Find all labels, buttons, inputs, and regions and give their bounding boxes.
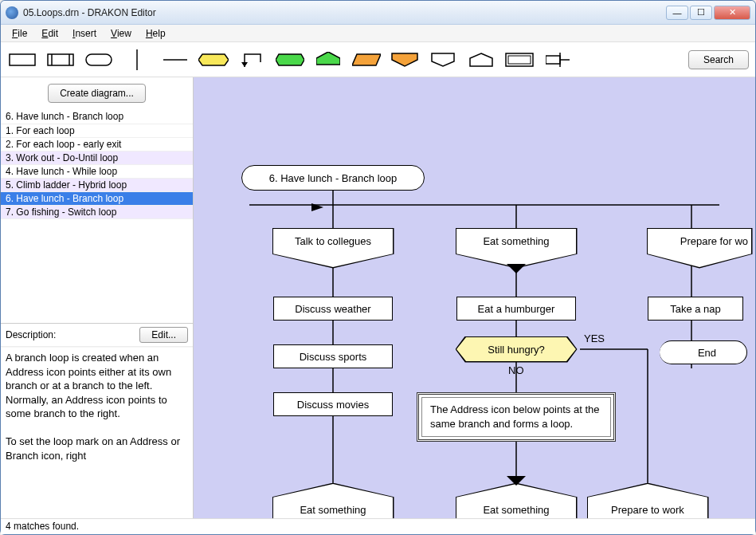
- description-text: A branch loop is created when an Address…: [1, 347, 193, 518]
- svg-marker-13: [432, 53, 454, 66]
- svg-rect-16: [508, 56, 531, 64]
- action-icon[interactable]: [7, 49, 37, 71]
- comment-icon[interactable]: [504, 49, 535, 71]
- end-box[interactable]: End: [660, 340, 747, 364]
- address-icon-box[interactable]: Eat something: [456, 484, 576, 518]
- question-box[interactable]: Still hungry?: [456, 337, 576, 361]
- toolbar: Search: [1, 42, 755, 77]
- loop-marker-icon: [507, 476, 526, 486]
- comment-box[interactable]: The Address icon below points at the sam…: [417, 392, 616, 442]
- description-header: Description: Edit...: [1, 324, 193, 347]
- shelf-icon[interactable]: [351, 49, 382, 71]
- description-label: Description:: [6, 329, 56, 340]
- action-box[interactable]: Take a nap: [648, 297, 743, 321]
- yes-label: YES: [584, 332, 605, 344]
- action-box[interactable]: Discuss weather: [273, 297, 393, 321]
- address-icon-box[interactable]: Prepare to work: [588, 484, 707, 518]
- address-icon[interactable]: [466, 49, 496, 71]
- list-item[interactable]: 4. Have lunch - While loop: [1, 165, 193, 179]
- svg-marker-9: [276, 54, 304, 65]
- app-icon: [6, 6, 18, 19]
- branch-icon[interactable]: [428, 49, 458, 71]
- list-item[interactable]: 3. Work out - Do-Until loop: [1, 151, 193, 165]
- svg-rect-4: [86, 54, 112, 65]
- svg-marker-8: [241, 62, 248, 67]
- close-button[interactable]: ✕: [714, 6, 750, 20]
- list-item[interactable]: 2. For each loop - early exit: [1, 138, 193, 151]
- edit-button[interactable]: Edit...: [139, 327, 188, 343]
- window-title: 05.Loops.drn - DRAKON Editor: [23, 7, 666, 18]
- arrow-loop-icon[interactable]: [237, 49, 267, 71]
- case-green-icon[interactable]: [313, 49, 343, 71]
- menu-file[interactable]: File: [6, 26, 33, 41]
- sidebar: Create diagram... 6. Have lunch - Branch…: [1, 77, 194, 518]
- action-box[interactable]: Discuss sports: [273, 344, 393, 368]
- svg-marker-7: [198, 54, 229, 65]
- svg-marker-14: [470, 53, 492, 66]
- connector-icon[interactable]: [543, 49, 573, 71]
- create-diagram-button[interactable]: Create diagram...: [48, 84, 146, 103]
- action-box[interactable]: Discuss movies: [273, 392, 393, 416]
- svg-rect-15: [506, 53, 533, 66]
- menu-help[interactable]: Help: [139, 26, 172, 41]
- svg-rect-17: [546, 56, 560, 64]
- diagram-title[interactable]: 6. Have lunch - Branch loop: [241, 165, 425, 191]
- breadcrumb: 6. Have lunch - Branch loop: [1, 109, 193, 124]
- minimize-button[interactable]: —: [666, 6, 688, 20]
- menu-insert[interactable]: Insert: [66, 26, 103, 41]
- main-area: Create diagram... 6. Have lunch - Branch…: [1, 77, 755, 518]
- vertical-line-icon[interactable]: [122, 49, 152, 71]
- branch-head[interactable]: Talk to collegues: [273, 229, 393, 267]
- insertion-icon[interactable]: [45, 49, 76, 71]
- menubar: File Edit Insert View Help: [1, 25, 755, 42]
- list-item[interactable]: 6. Have lunch - Branch loop: [1, 192, 193, 206]
- no-label: NO: [508, 364, 524, 376]
- svg-marker-11: [352, 54, 381, 65]
- svg-marker-12: [392, 53, 417, 66]
- action-box[interactable]: Eat a humburger: [456, 297, 576, 321]
- branch-head[interactable]: Eat something: [456, 229, 576, 267]
- begin-end-icon[interactable]: [84, 49, 114, 71]
- list-item[interactable]: 7. Go fishing - Switch loop: [1, 206, 193, 219]
- search-button[interactable]: Search: [688, 50, 749, 69]
- svg-rect-0: [10, 54, 35, 65]
- menu-edit[interactable]: Edit: [35, 26, 65, 41]
- if-icon[interactable]: [198, 49, 229, 71]
- app-window: 05.Loops.drn - DRAKON Editor — ☐ ✕ File …: [0, 0, 756, 535]
- window-controls: — ☐ ✕: [666, 6, 750, 20]
- loop-marker-icon: [507, 264, 526, 273]
- menu-view[interactable]: View: [104, 26, 138, 41]
- diagram-list[interactable]: 1. For each loop 2. For each loop - earl…: [1, 124, 193, 324]
- output-icon[interactable]: [390, 49, 420, 71]
- titlebar: 05.Loops.drn - DRAKON Editor — ☐ ✕: [1, 1, 755, 25]
- svg-marker-25: [311, 203, 323, 211]
- statusbar: 4 matches found.: [1, 518, 755, 534]
- diagram-canvas[interactable]: 6. Have lunch - Branch loop Talk to coll…: [194, 77, 755, 518]
- select-icon[interactable]: [275, 49, 305, 71]
- branch-head[interactable]: Prepare for wo: [648, 229, 751, 267]
- svg-marker-10: [316, 52, 340, 65]
- list-item[interactable]: 5. Climb ladder - Hybrid loop: [1, 179, 193, 192]
- list-item[interactable]: 1. For each loop: [1, 124, 193, 138]
- maximize-button[interactable]: ☐: [690, 6, 712, 20]
- address-icon-box[interactable]: Eat something: [273, 484, 393, 518]
- horizontal-line-icon[interactable]: [160, 49, 190, 71]
